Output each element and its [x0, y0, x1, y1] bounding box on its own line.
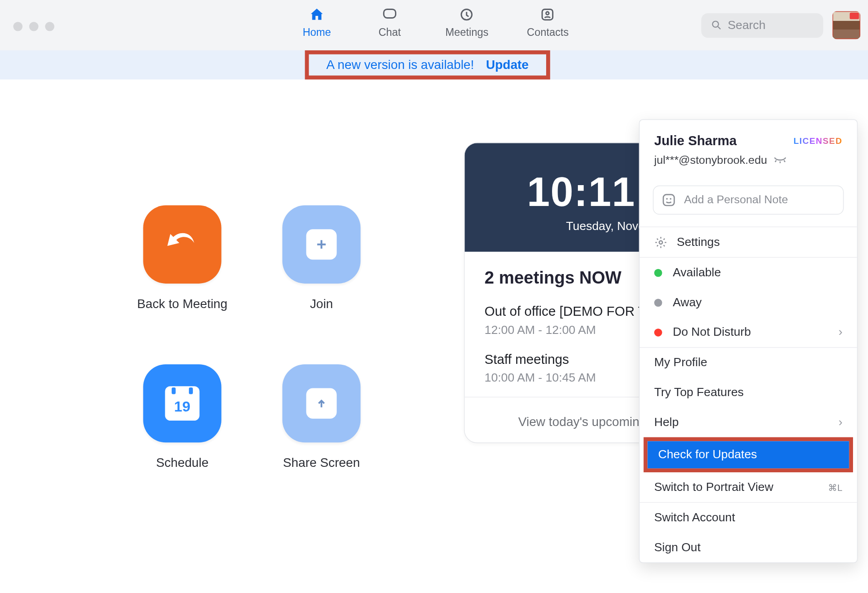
tab-label: Home [303, 26, 331, 38]
svg-point-8 [659, 240, 662, 244]
tile-join[interactable]: Join [252, 206, 391, 312]
fullscreen-window-dot[interactable] [45, 22, 54, 31]
banner-message: A new version is available! [326, 58, 474, 72]
tile-label: Back to Meeting [137, 297, 227, 311]
search-input[interactable]: Search [701, 13, 824, 37]
emoji-icon [661, 193, 676, 207]
tile-share-screen[interactable]: Share Screen [252, 364, 391, 470]
menu-my-profile[interactable]: My Profile [640, 348, 857, 378]
annotation-highlight [833, 11, 860, 39]
status-available[interactable]: Available [640, 258, 857, 288]
status-away[interactable]: Away [640, 288, 857, 318]
zoom-window: Home Chat Meetings [0, 0, 868, 593]
svg-point-7 [670, 198, 671, 200]
menu-top-features[interactable]: Try Top Features [640, 377, 857, 407]
license-badge: LICENSED [794, 136, 843, 146]
tile-schedule[interactable]: 19 Schedule [113, 364, 252, 470]
profile-name: Julie Sharma [654, 133, 737, 148]
eye-closed-icon[interactable] [774, 156, 787, 165]
calendar-icon: 19 [143, 364, 221, 442]
back-arrow-icon [143, 206, 221, 284]
tile-back-to-meeting[interactable]: Back to Meeting [113, 206, 252, 312]
menu-settings[interactable]: Settings [640, 227, 857, 257]
plus-icon [282, 206, 360, 284]
menu-sign-out[interactable]: Sign Out [640, 533, 857, 563]
status-dot-red [654, 328, 662, 336]
svg-point-4 [713, 21, 719, 27]
menu-check-updates[interactable]: Check for Updates [647, 441, 849, 468]
upload-icon [282, 364, 360, 442]
tile-label: Join [310, 297, 333, 311]
svg-rect-0 [384, 9, 395, 18]
update-link[interactable]: Update [486, 58, 528, 72]
tile-label: Share Screen [283, 456, 360, 470]
profile-header: Julie Sharma LICENSED jul***@stonybrook.… [640, 120, 857, 176]
tab-label: Chat [379, 26, 401, 38]
update-banner: A new version is available! Update [0, 50, 868, 79]
search-icon [710, 19, 722, 31]
chat-icon [382, 7, 398, 23]
nav-tabs: Home Chat Meetings [300, 0, 569, 50]
profile-avatar[interactable] [833, 11, 860, 39]
action-tiles: Back to Meeting Join 19 [113, 206, 391, 470]
chevron-right-icon: › [838, 325, 843, 339]
chevron-right-icon: › [838, 415, 843, 429]
tab-chat[interactable]: Chat [372, 7, 407, 39]
profile-email: jul***@stonybrook.edu [654, 154, 767, 167]
tab-label: Meetings [445, 26, 488, 38]
menu-switch-account[interactable]: Switch Account [640, 503, 857, 533]
annotation-highlight: Check for Updates [644, 437, 853, 472]
minimize-window-dot[interactable] [29, 22, 38, 31]
menu-switch-view[interactable]: Switch to Portrait View ⌘L [640, 472, 857, 502]
contacts-icon [540, 7, 556, 23]
clock-icon [459, 7, 475, 23]
tab-contacts[interactable]: Contacts [527, 7, 569, 39]
topbar-right: Search [701, 11, 860, 39]
personal-note-input[interactable]: Add a Personal Note [653, 186, 843, 215]
note-placeholder: Add a Personal Note [684, 193, 788, 206]
tab-meetings[interactable]: Meetings [445, 7, 488, 39]
svg-point-6 [666, 198, 667, 200]
status-dnd[interactable]: Do Not Disturb › [640, 317, 857, 347]
close-window-dot[interactable] [13, 22, 22, 31]
status-dot-gray [654, 299, 662, 307]
tab-home[interactable]: Home [300, 7, 334, 39]
home-icon [309, 7, 325, 23]
annotation-highlight: A new version is available! Update [305, 50, 550, 79]
menu-help[interactable]: Help › [640, 407, 857, 437]
status-dot-green [654, 269, 662, 277]
tab-label: Contacts [527, 26, 569, 38]
calendar-day: 19 [174, 393, 191, 421]
search-placeholder: Search [728, 18, 765, 32]
svg-rect-5 [663, 195, 674, 206]
profile-popover: Julie Sharma LICENSED jul***@stonybrook.… [639, 119, 858, 563]
topbar: Home Chat Meetings [0, 0, 868, 50]
keyboard-shortcut: ⌘L [828, 482, 843, 492]
tile-label: Schedule [156, 456, 209, 470]
svg-point-3 [546, 12, 549, 15]
gear-icon [654, 235, 667, 249]
main-content: Back to Meeting Join 19 [0, 79, 868, 593]
window-controls [13, 22, 54, 31]
